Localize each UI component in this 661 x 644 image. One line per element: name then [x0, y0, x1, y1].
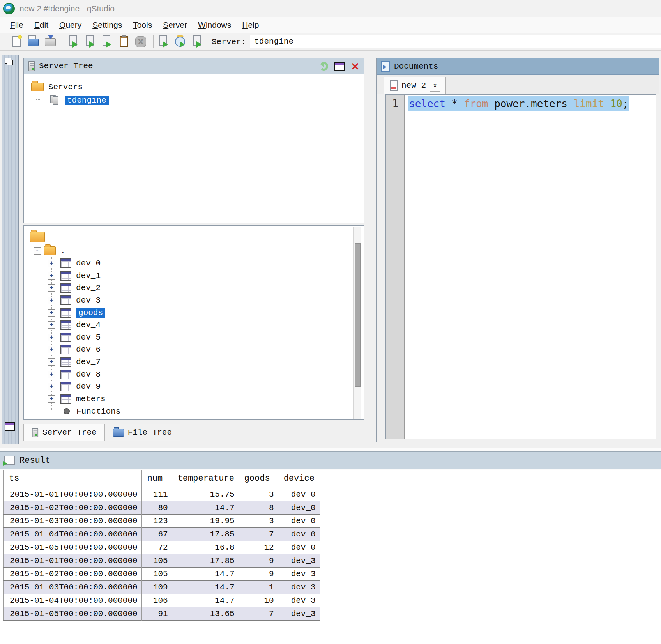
expand-icon[interactable]: + — [48, 321, 55, 329]
tree-label: dev_1 — [76, 271, 101, 280]
code-area[interactable]: select * from power.meters limit 10; — [405, 95, 656, 111]
menu-edit[interactable]: Edit — [29, 19, 54, 31]
table-row[interactable]: 2015-01-03T00:00:00.00000012319.953dev_0 — [4, 514, 320, 527]
close-icon[interactable]: × — [351, 62, 360, 71]
scrollbar-thumb[interactable] — [355, 243, 361, 387]
expand-icon[interactable]: + — [48, 371, 55, 378]
table-row[interactable]: 2015-01-02T00:00:00.0000008014.78dev_0 — [4, 501, 320, 514]
new-document-button[interactable] — [9, 34, 24, 49]
tree-item-meters[interactable]: +meters — [24, 393, 364, 405]
run-line-button[interactable] — [83, 34, 98, 49]
expand-icon[interactable]: + — [48, 272, 55, 280]
tree-item-servers[interactable]: Servers — [31, 80, 364, 94]
toolbar-separator — [63, 35, 63, 48]
tree-label: dev_0 — [76, 259, 101, 268]
server-selector[interactable]: tdengine — [250, 35, 661, 48]
tree-item-dev_5[interactable]: +dev_5 — [24, 331, 364, 344]
table-row[interactable]: 2015-01-01T00:00:00.00000011115.753dev_0 — [4, 488, 320, 501]
refresh-icon[interactable] — [320, 62, 328, 71]
tree-item-dev_0[interactable]: +dev_0 — [24, 257, 364, 270]
cell: 14.7 — [172, 501, 239, 514]
table-row[interactable]: 2015-01-03T00:00:00.00000010914.71dev_3 — [4, 580, 320, 594]
menu-query[interactable]: Query — [54, 19, 87, 31]
run-query-button[interactable] — [66, 34, 81, 49]
scrollbar[interactable] — [353, 227, 361, 419]
schema-tree-body: - . +dev_0+dev_1+dev_2+dev_3+goods+dev_4… — [24, 226, 364, 419]
cell: dev_0 — [278, 541, 320, 554]
tree-item-dev_7[interactable]: +dev_7 — [24, 356, 364, 368]
expand-icon[interactable]: + — [48, 346, 55, 353]
table-row[interactable]: 2015-01-01T00:00:00.00000010517.859dev_3 — [4, 554, 320, 567]
expand-icon[interactable]: + — [48, 334, 55, 341]
column-header-goods[interactable]: goods — [239, 470, 278, 488]
column-header-ts[interactable]: ts — [4, 470, 142, 488]
run-script-button[interactable] — [190, 34, 205, 49]
table-icon — [60, 345, 71, 354]
table-icon — [60, 382, 71, 391]
tree-item-dev_6[interactable]: +dev_6 — [24, 343, 364, 356]
tree-item-goods[interactable]: +goods — [24, 306, 364, 319]
column-header-num[interactable]: num — [141, 470, 172, 488]
tree-item-dev_9[interactable]: +dev_9 — [24, 380, 364, 393]
send-query-button[interactable] — [157, 34, 171, 49]
green-arrow-icon — [72, 41, 81, 48]
expand-icon[interactable]: + — [48, 309, 55, 317]
green-arrow-icon — [89, 41, 97, 48]
table-row[interactable]: 2015-01-05T00:00:00.0000007216.812dev_0 — [4, 541, 320, 554]
expand-icon[interactable]: + — [48, 383, 55, 390]
sql-editor[interactable]: 1 select * from power.meters limit 10; — [385, 94, 656, 439]
menu-settings[interactable]: Settings — [87, 19, 127, 31]
open-file-button[interactable] — [26, 34, 41, 49]
tree-item-functions[interactable]: Functions — [24, 405, 364, 418]
stacked-windows-icon[interactable] — [5, 58, 15, 68]
qstudio-logo-icon — [3, 3, 15, 14]
cell: 2015-01-02T00:00:00.000000 — [4, 567, 142, 580]
menu-server[interactable]: Server — [157, 19, 193, 31]
expand-icon[interactable]: + — [48, 260, 55, 267]
expand-icon[interactable]: + — [48, 284, 55, 292]
tab-server-tree[interactable]: Server Tree — [23, 424, 105, 441]
sql-token: power.meters — [494, 98, 567, 110]
table-row[interactable]: 2015-01-05T00:00:00.0000009113.657dev_3 — [4, 607, 320, 620]
menu-help[interactable]: Help — [237, 19, 264, 31]
tree-item-dev_3[interactable]: +dev_3 — [24, 294, 364, 307]
tab-new-2[interactable]: new 2 x — [384, 77, 446, 94]
tree-item-dev_2[interactable]: +dev_2 — [24, 282, 364, 294]
folder-icon — [28, 39, 39, 46]
tab-file-tree[interactable]: File Tree — [105, 424, 180, 441]
close-tab-button[interactable]: x — [430, 80, 440, 92]
tree-item-tdengine[interactable]: tdengine — [50, 94, 364, 107]
table-row[interactable]: 2015-01-02T00:00:00.00000010514.79dev_3 — [4, 567, 320, 580]
restore-panel-icon[interactable] — [5, 422, 15, 431]
table-row[interactable]: 2015-01-04T00:00:00.00000010614.710dev_3 — [4, 594, 320, 607]
popout-window-icon[interactable] — [334, 62, 345, 71]
menu-tools[interactable]: Tools — [127, 19, 157, 31]
tree-item-dev_8[interactable]: +dev_8 — [24, 368, 364, 380]
expand-icon[interactable]: + — [48, 297, 55, 304]
table-icon — [60, 394, 71, 404]
cell: 2015-01-04T00:00:00.000000 — [4, 527, 142, 541]
tree-item-dev_1[interactable]: +dev_1 — [24, 270, 364, 282]
folder-icon — [31, 83, 44, 91]
tree-root-folder[interactable] — [24, 230, 364, 244]
server-icon — [32, 428, 38, 437]
cancel-query-button[interactable]: X — [133, 34, 148, 49]
tree-item-database-root[interactable]: - . — [24, 244, 364, 257]
paste-button[interactable] — [117, 34, 131, 49]
menu-windows[interactable]: Windows — [193, 19, 237, 31]
run-selection-button[interactable] — [100, 34, 115, 49]
sql-statement[interactable]: select * from power.meters limit 10; — [408, 96, 629, 111]
tree-item-dev_4[interactable]: +dev_4 — [24, 319, 364, 331]
tree-label: dev_2 — [76, 283, 101, 292]
menu-file[interactable]: File — [5, 19, 29, 31]
table-row[interactable]: 2015-01-04T00:00:00.0000006717.857dev_0 — [4, 527, 320, 541]
tree-label: dev_3 — [76, 296, 101, 305]
collapse-icon[interactable]: - — [34, 247, 41, 255]
column-header-device[interactable]: device — [278, 470, 320, 488]
expand-icon[interactable]: + — [48, 358, 55, 366]
column-header-temperature[interactable]: temperature — [172, 470, 239, 488]
toolbar-separator — [153, 35, 154, 48]
expand-icon[interactable]: + — [48, 395, 55, 403]
scheduled-run-button[interactable] — [173, 34, 188, 49]
save-button[interactable] — [43, 34, 58, 49]
